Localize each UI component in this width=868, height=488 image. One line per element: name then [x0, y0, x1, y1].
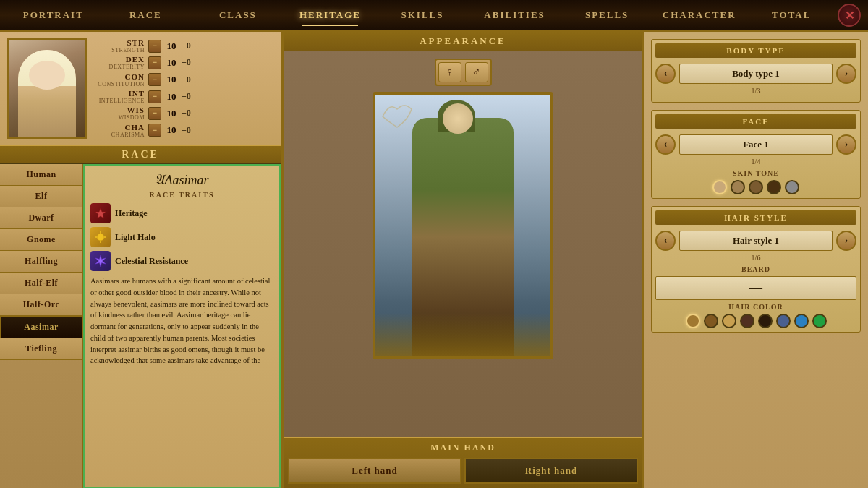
hair-color-swatches — [655, 314, 856, 328]
hair-style-prev-button[interactable]: ‹ — [655, 231, 676, 251]
right-hand-button[interactable]: Right hand — [464, 458, 638, 484]
stat-mod-wis: +0 — [182, 108, 200, 119]
close-button[interactable]: ✕ — [838, 4, 861, 27]
body-type-selector: ‹ Body type 1 › — [655, 64, 856, 84]
gender-male-button[interactable]: ♂ — [465, 62, 488, 82]
main-content: STR STRENGTH − 10 +0 DEX DEXTERITY − 10 … — [0, 32, 868, 488]
stat-name-cha: CHA — [94, 123, 145, 132]
hair-color-swatch-3[interactable] — [722, 314, 736, 328]
hair-style-count: 1/6 — [655, 254, 856, 262]
hair-style-section: HAIR STYLE ‹ Hair style 1 › 1/6 BEARD — … — [651, 206, 861, 333]
hair-color-swatch-7[interactable] — [794, 314, 809, 328]
top-navigation: PORTRAIT RACE CLASS HERITAGE SKILLS ABIL… — [0, 0, 868, 32]
stat-subname-str: STRENGTH — [94, 47, 145, 53]
race-item-half-elf[interactable]: Half-Elf — [0, 273, 82, 294]
hair-color-swatch-4[interactable] — [740, 314, 754, 328]
stat-subname-dex: DEXTERITY — [94, 64, 145, 70]
left-hand-button[interactable]: Left hand — [288, 458, 461, 484]
stat-decrease-int[interactable]: − — [148, 90, 161, 103]
hair-color-swatch-1[interactable] — [686, 314, 700, 328]
stat-mod-dex: +0 — [182, 57, 200, 68]
stat-decrease-wis[interactable]: − — [148, 107, 161, 120]
stat-name-int: INT — [94, 89, 145, 98]
left-panel: STR STRENGTH − 10 +0 DEX DEXTERITY − 10 … — [0, 32, 282, 488]
face-section: FACE ‹ Face 1 › 1/4 SKIN TONE — [651, 110, 861, 199]
body-type-count: 1/3 — [655, 87, 856, 95]
stat-value-con: 10 — [161, 74, 182, 85]
character-display: ♀ ♂ — [284, 51, 642, 437]
stat-subname-wis: WISDOM — [94, 114, 145, 121]
trait-light-halo-name: Light Halo — [115, 232, 156, 243]
svg-point-0 — [97, 234, 104, 241]
gender-female-button[interactable]: ♀ — [438, 62, 461, 82]
main-hand-section: MAIN HAND Left hand Right hand — [284, 437, 642, 488]
nav-skills[interactable]: SKILLS — [376, 6, 469, 25]
stat-decrease-str[interactable]: − — [148, 40, 161, 53]
race-list: Human Elf Dwarf Gnome Halfling Half-Elf … — [0, 164, 83, 488]
nav-character[interactable]: CHARACTER — [653, 6, 746, 25]
nav-heritage[interactable]: HERITAGE — [284, 6, 377, 25]
frame-decoration-bottom — [375, 313, 550, 356]
stat-row-int: INT INTELLIGENCE − 10 +0 — [94, 89, 273, 104]
race-section-header: RACE — [0, 145, 281, 164]
race-item-human[interactable]: Human — [0, 164, 82, 186]
hair-color-swatch-6[interactable] — [776, 314, 791, 328]
character-background — [375, 95, 550, 356]
face-header: FACE — [655, 114, 856, 129]
hair-style-value: Hair style 1 — [679, 231, 833, 251]
race-item-dwarf[interactable]: Dwarf — [0, 207, 82, 229]
nav-abilities[interactable]: ABILITIES — [469, 6, 561, 25]
skin-tone-swatch-3[interactable] — [749, 180, 763, 194]
nav-spells[interactable]: SPELLS — [561, 6, 653, 25]
stat-subname-int: INTELLIGENCE — [94, 98, 145, 104]
main-hand-label: MAIN HAND — [288, 442, 638, 453]
portrait-figure — [18, 50, 76, 137]
face-next-button[interactable]: › — [836, 134, 856, 155]
race-item-half-orc[interactable]: Half-Orc — [0, 294, 82, 316]
hair-color-label: HAIR COLOR — [655, 303, 856, 311]
body-type-prev-button[interactable]: ‹ — [655, 64, 676, 84]
nav-class[interactable]: CLASS — [192, 6, 284, 25]
race-description-text: Aasimars are humans with a significant a… — [90, 275, 273, 367]
stat-row-wis: WIS WISDOM − 10 +0 — [94, 106, 273, 121]
race-item-aasimar[interactable]: Aasimar — [0, 316, 82, 338]
stat-row-dex: DEX DEXTERITY − 10 +0 — [94, 55, 273, 70]
stat-subname-cha: CHARISMA — [94, 132, 145, 138]
center-panel: APPEARANCE ♀ ♂ — [282, 32, 644, 488]
hair-style-next-button[interactable]: › — [836, 231, 856, 251]
nav-race[interactable]: RACE — [100, 6, 192, 25]
body-type-header: BODY TYPE — [655, 43, 856, 58]
skin-tone-swatch-2[interactable] — [731, 180, 745, 194]
stat-name-dex: DEX — [94, 55, 145, 64]
skin-tone-swatch-4[interactable] — [767, 180, 781, 194]
hair-color-swatch-5[interactable] — [758, 314, 773, 328]
light-halo-icon — [90, 227, 111, 247]
stat-mod-int: +0 — [182, 91, 200, 102]
hair-color-swatch-2[interactable] — [704, 314, 718, 328]
stat-decrease-dex[interactable]: − — [148, 56, 161, 69]
hair-style-header: HAIR STYLE — [655, 210, 856, 225]
hair-color-swatch-8[interactable] — [812, 314, 827, 328]
trait-celestial-name: Celestial Resistance — [115, 256, 188, 267]
hair-style-selector: ‹ Hair style 1 › — [655, 231, 856, 251]
race-item-gnome[interactable]: Gnome — [0, 229, 82, 251]
right-panel: BODY TYPE ‹ Body type 1 › 1/3 FACE ‹ Fac… — [644, 32, 868, 488]
body-type-next-button[interactable]: › — [836, 64, 856, 84]
body-type-section: BODY TYPE ‹ Body type 1 › 1/3 — [651, 39, 861, 103]
stat-value-dex: 10 — [161, 57, 182, 69]
stat-decrease-con[interactable]: − — [148, 73, 161, 86]
stat-name-wis: WIS — [94, 106, 145, 114]
nav-portrait[interactable]: PORTRAIT — [7, 6, 100, 25]
stat-decrease-cha[interactable]: − — [148, 124, 161, 137]
stat-value-cha: 10 — [161, 124, 182, 136]
celestial-icon — [90, 251, 111, 271]
race-item-halfling[interactable]: Halfling — [0, 251, 82, 273]
nav-total[interactable]: TOTAL — [746, 6, 838, 25]
skin-tone-swatch-5[interactable] — [785, 180, 799, 194]
race-container: Human Elf Dwarf Gnome Halfling Half-Elf … — [0, 164, 281, 488]
race-item-elf[interactable]: Elf — [0, 186, 82, 207]
skin-tone-swatch-1[interactable] — [712, 180, 727, 194]
portrait-face — [29, 61, 65, 90]
face-prev-button[interactable]: ‹ — [655, 134, 676, 155]
race-item-tiefling[interactable]: Tiefling — [0, 338, 82, 360]
